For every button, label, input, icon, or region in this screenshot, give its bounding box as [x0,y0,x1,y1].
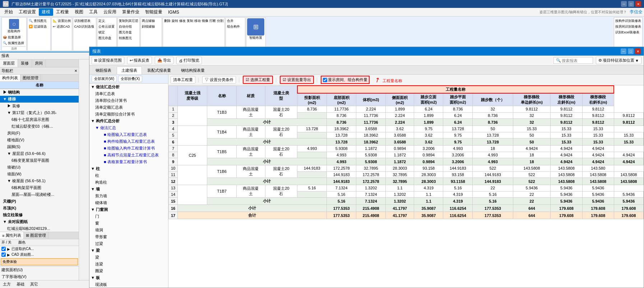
minimize-btn[interactable]: ─ [621,1,627,7]
rtree-beam[interactable]: ▼ 梁 [89,247,168,254]
subtab-drawing-mgmt[interactable]: 图纸管理 [20,75,41,81]
menu-model[interactable]: 建模 [39,8,53,16]
move-btn[interactable]: 移动 [194,18,201,50]
report-back-btn[interactable]: ↩ 报表反查 [127,57,152,64]
checkbox-original[interactable] [1,252,6,257]
btab-property[interactable]: ≡属性列表 [0,232,24,239]
collapse-all-btn[interactable]: 全部折叠(X) [118,76,142,82]
pick-component-btn[interactable]: ⬡ 拾取构件 [3,18,26,34]
auto-group-btn[interactable]: 自动分组 [119,24,139,29]
identify-excel-btn[interactable]: 识别Excel装修表 [615,30,641,35]
tab-decor[interactable]: 装修 [18,60,32,67]
rtree-wall[interactable]: ▼ 墙 [89,186,168,193]
rtree-beam-item[interactable]: 梁 [89,254,168,261]
search-input[interactable] [562,58,590,63]
tree-ceiling[interactable]: 天棚(P) [0,198,79,205]
build-area-btn[interactable]: 建筑面积(U) [0,266,79,273]
rtree-draw-input-summary[interactable]: ■ 绘图输入工程量汇总表 [89,131,168,138]
tree-floor17-img2[interactable]: 红城云邸变变03（6栋... [0,123,79,130]
split-btn[interactable]: 分割 [217,18,224,50]
rtree-method-total[interactable]: ▼ 做法汇总分析 [89,84,168,90]
rtree-door[interactable]: 门 [89,213,168,220]
smart-layout-btn[interactable]: ⊞ [247,18,264,36]
rtree-window[interactable]: 窗 [89,220,168,227]
rtree-quota-pos-calc[interactable]: 清单部位合计算书 [89,97,168,104]
tab-steel-structure[interactable]: 钢结构报表量 [176,66,209,74]
two-point-axis-btn[interactable]: 两点辅轴 [142,18,161,24]
menu-calc[interactable]: 算量作业 [119,8,142,16]
tree-unmatched1[interactable]: 红城云邸6栋20240129... [0,225,79,232]
tree-rooftop[interactable]: ▼ 屋层层 (53.6~66.6) [0,150,79,157]
menu-settings[interactable]: 工程设置 [16,8,39,16]
menu-cloud[interactable]: 云应用 [101,8,119,16]
rtree-shear-wall[interactable]: 剪力墙 [89,193,168,199]
copy3-btn[interactable]: 复制 [186,18,194,50]
define-btn[interactable]: 定义 [98,18,116,24]
batch-select-btn[interactable]: 📦 批量选择 [3,35,26,40]
dialog-close[interactable]: ✕ [635,48,641,54]
smart-layout-label[interactable]: 智能布置 [249,36,262,40]
tree-floor-surface[interactable]: 楼地面(V) [0,137,79,143]
tree-wainscot[interactable]: 墙裙(U) [0,164,79,171]
rtree-column-item[interactable]: 柱 [89,172,168,179]
floor-area-btn[interactable]: 了字形场地(V) [0,273,79,280]
tree-column-decor[interactable]: 独立柱装修 [0,212,79,218]
rtree-component-total[interactable]: ▼ 构件汇总分析 [89,118,168,124]
expand-all-btn[interactable]: 全部展开(W) [92,76,117,82]
print-preview-btn[interactable]: 🖨 打印预览 [176,57,202,64]
tree-roof-slab[interactable]: 屋面—屋面—现浇砼楼... [0,191,79,198]
tree-wall-surface[interactable]: 墙面(W) [0,171,79,178]
tree-steel-structure[interactable]: ▶ 钢结构 [0,89,79,96]
identify-floor-btn[interactable]: 识别楼层表 [74,18,95,24]
menu-igms[interactable]: IGMS [165,9,182,15]
rtree-masonry-wall[interactable]: 砌体墙 [89,199,168,206]
set-report-range-btn[interactable]: ⊞ 设置报表范围 [92,57,124,64]
filter-btn[interactable]: 🔽 过滤筛选 [28,24,50,29]
subtab-component-list[interactable]: 构件列表 [0,75,20,81]
rtree-quota-total-table[interactable]: 清单定额汇总表 [89,104,168,111]
close-btn[interactable]: ✕ [635,1,641,7]
tab-civil[interactable]: 土建报表 [117,66,142,74]
project-features-btn[interactable]: ⚙ 项目特征添加位置 ▼ [596,57,641,64]
dialog-minimize[interactable]: ─ [621,48,626,54]
maximize-btn[interactable]: □ [628,1,634,7]
tree-rooftop-img[interactable]: 6栋变更屋顶层平面图 [0,157,79,164]
rtree-component-draw-summary[interactable]: ■ 构件绘图输入工程量汇总表 [89,138,168,145]
set-category-btn[interactable]: ▽ 设置分类条件 [202,76,236,84]
menu-smart[interactable]: 智能提量 [142,8,165,16]
export-btn[interactable]: 📤 导出 [155,57,173,64]
convert-btn[interactable]: 转换图元 [119,36,139,41]
tree-decor[interactable]: ▶ 装修 [0,103,79,109]
show-room-checkbox[interactable] [323,78,327,82]
save-btn[interactable]: 图元存盘 [98,36,116,41]
oblique-axis-btn[interactable]: 斜线辅轴 [142,24,161,29]
attr-select-btn[interactable]: 🔍 按属性选择 [3,41,26,46]
restore-cad-btn[interactable]: ↩ 还原CAD [52,24,71,29]
menu-quantity[interactable]: 工程量 [53,8,72,16]
tree-stair[interactable]: ▼ 楼梯 [0,96,79,103]
rtree-lintel[interactable]: 过梁 [89,240,168,247]
rtree-wall-opening[interactable]: 墙洞 [89,227,168,233]
set-scale-btn[interactable]: 📐 设置比例 [52,18,71,24]
btab-layer[interactable]: ⊞图层管理 [24,232,48,239]
free-body-hint[interactable]: 免费体验 [1,258,78,265]
tree-ridge-roof[interactable]: ▼ 棱屋面 (56.6~58.1) [0,178,79,184]
rtree-coupling-beam[interactable]: 连梁 [89,261,168,268]
rtree-quota-pos-total-calc[interactable]: 清单定额部位合计算书 [89,111,168,118]
tab-room[interactable]: 房间 [32,60,46,67]
checkbox-extracted[interactable] [1,247,6,251]
tree-floor17[interactable]: ▼ 第17层（复式上）(50.35- [0,109,79,116]
lock-btn[interactable]: 锁定 [98,30,116,35]
rtree-structural-column[interactable]: 构造柱 [89,179,168,186]
tree-unmatched[interactable]: ▼ 未对应图纸 [0,218,79,225]
cloud-set-btn[interactable]: 公有云设置 [98,24,116,29]
nav-close-btn[interactable]: ✕ [74,69,77,73]
select-quantity-btn[interactable]: ☑ 选择工程量 [243,76,273,84]
edit-btn[interactable]: 修改 [179,18,186,50]
copy-layer-btn[interactable]: 复制到其它层 [119,18,139,24]
menu-view[interactable]: 视图 [72,8,86,16]
mirror-btn[interactable]: 镜像 [201,18,209,50]
rtree-draw-calc-book[interactable]: ■ 绘图输入构件工程量计算书 [89,145,168,152]
combine-btn[interactable]: 组合构件 [227,24,244,29]
quota-quantity-btn[interactable]: 清单工程量 [171,76,195,84]
